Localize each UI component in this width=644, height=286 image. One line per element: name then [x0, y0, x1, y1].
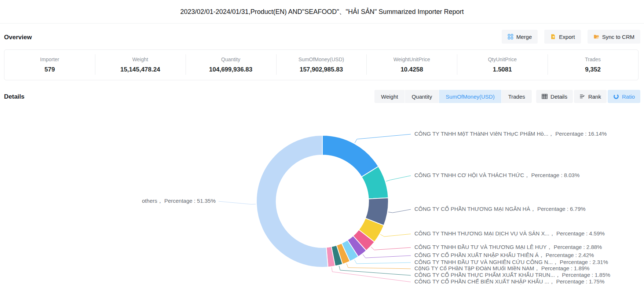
pie-label-line: [388, 209, 411, 213]
pie-label-line: [371, 247, 411, 250]
table-icon: [542, 94, 548, 99]
details-heading: Details: [4, 93, 25, 100]
stat-label: Quantity: [221, 56, 240, 62]
pie-label-line: [355, 134, 411, 143]
pie-label: CÔNG TY TNHH CƠ HỘI VÀ THÁCH THỨC， Perce…: [414, 172, 579, 178]
stat-weight: Weight 15,145,478.24: [95, 56, 186, 73]
stat-label: SumOfMoney(USD): [299, 56, 344, 62]
merge-icon: [508, 34, 513, 40]
view-tabs: Details Rank Ratio: [536, 90, 640, 103]
pie-label-line: [386, 176, 411, 181]
overview-heading: Overview: [4, 34, 32, 41]
stat-label: Trades: [585, 56, 601, 62]
sync-to-crm-button-label: Sync to CRM: [602, 34, 634, 40]
page-title: 2023/02/01-2024/01/31,Product(EN) AND"SE…: [0, 7, 644, 16]
stat-value: 104,699,936.83: [209, 66, 252, 73]
importer-ratio-donut-chart: CÔNG TY TNHH MộT THàNH VIêN THựC PHẩM Hò…: [0, 106, 644, 286]
pie-label-line: [380, 234, 411, 236]
merge-button[interactable]: Merge: [502, 30, 538, 44]
tab-weight[interactable]: Weight: [374, 90, 405, 103]
tab-details[interactable]: Details: [536, 90, 573, 103]
stat-label: Weight: [132, 56, 148, 62]
sync-to-crm-button[interactable]: Sync to CRM: [588, 30, 640, 44]
merge-button-label: Merge: [516, 34, 532, 40]
export-icon: [550, 34, 556, 40]
pie-label: CÔNG TY TNHH THƯƠNG MẠI DỊCH VỤ VÀ SẢN X…: [414, 230, 605, 236]
title-divider: [0, 23, 644, 23]
pie-label: CÔNG TY TNHH ĐẦU TƯ VÀ NGHIÊN CỨU CÔNG N…: [414, 259, 608, 265]
pie-slice[interactable]: [256, 135, 328, 267]
stat-value: 1.5081: [493, 66, 512, 73]
pie-label: CÔNG TY CỔ PHẦN CHẾ BIẾN XUẤT NHẬP KHẨU …: [414, 278, 604, 285]
tab-quantity[interactable]: Quantity: [405, 90, 439, 103]
pie-label: CÔNG TY CỔ PHẦN THƯƠNG MẠI NGÂN HÀ， Perc…: [414, 206, 586, 212]
stat-value: 157,902,985.83: [300, 66, 343, 73]
pie-label: CÔNG TY CỔ PHẦN XUẤT NHẬP KHẨU THIÊN Á， …: [414, 252, 594, 258]
stat-trades: Trades 9,352: [548, 56, 638, 73]
pie-label: CÔNG TY CỔ PHẦN THỰC PHẨM XUẤT KHẨU TRUN…: [414, 272, 610, 278]
stat-weight-unit-price: WeightUnitPrice 10.4258: [366, 56, 457, 73]
stat-quantity: Quantity 104,699,936.83: [186, 56, 276, 73]
folder-sync-icon: [593, 34, 599, 40]
pie-label: CộNG TY Cổ PHầN TậP ĐOàN MUốI MIềN NAM， …: [414, 265, 589, 271]
tab-sum-of-money[interactable]: SumOfMoney(USD): [439, 90, 501, 103]
stat-label: QtyUnitPrice: [488, 56, 517, 62]
tab-ratio[interactable]: Ratio: [608, 90, 640, 103]
pie-label-line: [363, 254, 411, 258]
pie-label: CÔNG TY TNHH MộT THàNH VIêN THựC PHẩM Hò…: [414, 131, 607, 137]
tab-trades[interactable]: Trades: [502, 90, 532, 103]
pie-label-line: [355, 260, 411, 264]
tab-ratio-label: Ratio: [622, 94, 635, 100]
export-button[interactable]: Export: [544, 30, 581, 44]
tab-details-label: Details: [550, 94, 567, 100]
overview-stats-card: Importer 579 Weight 15,145,478.24 Quanti…: [4, 50, 638, 80]
stat-importer: Importer 579: [4, 56, 95, 73]
stat-value: 10.4258: [400, 66, 423, 73]
stat-qty-unit-price: QtyUnitPrice 1.5081: [457, 56, 548, 73]
tab-rank-label: Rank: [588, 94, 601, 100]
pie-label: others， Percentage : 51.35%: [142, 198, 216, 204]
stat-label: Importer: [40, 56, 59, 62]
stat-label: WeightUnitPrice: [394, 56, 430, 62]
tab-rank[interactable]: Rank: [574, 90, 607, 103]
donut-chart-icon: [613, 94, 619, 99]
pie-label-line: [347, 264, 411, 269]
export-button-label: Export: [559, 34, 575, 40]
metric-tabs: Weight Quantity SumOfMoney(USD) Trades: [374, 90, 532, 103]
stat-value: 15,145,478.24: [120, 66, 160, 73]
pie-slice[interactable]: [322, 135, 378, 177]
rank-icon: [579, 94, 585, 99]
pie-label-line: [219, 201, 256, 204]
stat-sum-of-money: SumOfMoney(USD) 157,902,985.83: [276, 56, 367, 73]
stat-value: 579: [44, 66, 55, 73]
overview-toolbar: Merge Export Sync to CRM: [502, 30, 640, 44]
pie-label: CÔNG TY TNHH ĐẦU TƯ VÀ THƯƠNG MẠI LÊ HUY…: [414, 244, 602, 250]
stat-value: 9,352: [585, 66, 601, 73]
